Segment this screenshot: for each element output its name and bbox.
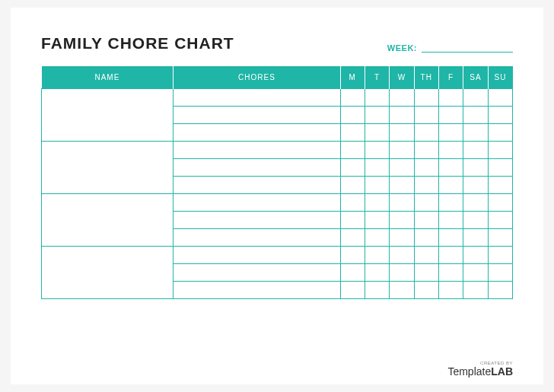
- chore-cell[interactable]: [174, 107, 340, 124]
- day-cell[interactable]: [488, 124, 512, 142]
- day-cell[interactable]: [390, 264, 414, 282]
- day-cell[interactable]: [390, 229, 414, 247]
- day-cell[interactable]: [488, 107, 512, 124]
- day-cell[interactable]: [463, 177, 488, 194]
- day-cell[interactable]: [414, 107, 438, 124]
- day-cell[interactable]: [390, 124, 414, 142]
- chore-cell[interactable]: [174, 159, 340, 177]
- day-cell[interactable]: [438, 212, 463, 229]
- day-cell[interactable]: [390, 194, 414, 212]
- chore-cell[interactable]: [174, 124, 340, 142]
- day-cell[interactable]: [340, 212, 365, 229]
- day-cell[interactable]: [340, 229, 365, 247]
- chore-cell[interactable]: [174, 282, 340, 299]
- day-cell[interactable]: [414, 159, 438, 177]
- day-cell[interactable]: [390, 89, 414, 107]
- day-cell[interactable]: [438, 229, 463, 247]
- day-cell[interactable]: [365, 282, 389, 299]
- day-cell[interactable]: [414, 89, 438, 107]
- chore-cell[interactable]: [174, 264, 340, 282]
- day-cell[interactable]: [414, 229, 438, 247]
- day-cell[interactable]: [463, 159, 488, 177]
- day-cell[interactable]: [414, 124, 438, 142]
- day-cell[interactable]: [438, 159, 463, 177]
- name-cell[interactable]: [42, 142, 174, 194]
- day-cell[interactable]: [438, 282, 463, 299]
- day-cell[interactable]: [463, 212, 488, 229]
- day-cell[interactable]: [414, 194, 438, 212]
- day-cell[interactable]: [340, 264, 365, 282]
- day-cell[interactable]: [340, 124, 365, 142]
- day-cell[interactable]: [365, 142, 389, 159]
- day-cell[interactable]: [438, 194, 463, 212]
- day-cell[interactable]: [438, 247, 463, 264]
- day-cell[interactable]: [365, 247, 389, 264]
- day-cell[interactable]: [390, 282, 414, 299]
- day-cell[interactable]: [438, 124, 463, 142]
- day-cell[interactable]: [488, 212, 512, 229]
- day-cell[interactable]: [340, 194, 365, 212]
- day-cell[interactable]: [463, 194, 488, 212]
- day-cell[interactable]: [390, 142, 414, 159]
- day-cell[interactable]: [340, 142, 365, 159]
- day-cell[interactable]: [365, 89, 389, 107]
- day-cell[interactable]: [414, 247, 438, 264]
- chore-cell[interactable]: [174, 247, 340, 264]
- day-cell[interactable]: [365, 264, 389, 282]
- day-cell[interactable]: [365, 194, 389, 212]
- day-cell[interactable]: [365, 212, 389, 229]
- day-cell[interactable]: [365, 177, 389, 194]
- name-cell[interactable]: [42, 89, 174, 142]
- day-cell[interactable]: [390, 159, 414, 177]
- day-cell[interactable]: [340, 282, 365, 299]
- day-cell[interactable]: [488, 282, 512, 299]
- day-cell[interactable]: [488, 194, 512, 212]
- chore-cell[interactable]: [174, 212, 340, 229]
- day-cell[interactable]: [414, 142, 438, 159]
- day-cell[interactable]: [463, 247, 488, 264]
- day-cell[interactable]: [390, 107, 414, 124]
- day-cell[interactable]: [463, 107, 488, 124]
- chore-cell[interactable]: [174, 194, 340, 212]
- day-cell[interactable]: [488, 142, 512, 159]
- day-cell[interactable]: [414, 212, 438, 229]
- day-cell[interactable]: [488, 247, 512, 264]
- day-cell[interactable]: [488, 264, 512, 282]
- chore-cell[interactable]: [174, 89, 340, 107]
- day-cell[interactable]: [414, 177, 438, 194]
- day-cell[interactable]: [365, 159, 389, 177]
- day-cell[interactable]: [340, 159, 365, 177]
- day-cell[interactable]: [488, 229, 512, 247]
- day-cell[interactable]: [463, 124, 488, 142]
- day-cell[interactable]: [390, 212, 414, 229]
- day-cell[interactable]: [438, 264, 463, 282]
- day-cell[interactable]: [438, 89, 463, 107]
- day-cell[interactable]: [438, 107, 463, 124]
- day-cell[interactable]: [365, 229, 389, 247]
- day-cell[interactable]: [365, 107, 389, 124]
- chore-cell[interactable]: [174, 229, 340, 247]
- day-cell[interactable]: [390, 247, 414, 264]
- day-cell[interactable]: [365, 124, 389, 142]
- day-cell[interactable]: [488, 177, 512, 194]
- day-cell[interactable]: [414, 282, 438, 299]
- day-cell[interactable]: [340, 89, 365, 107]
- week-input-line[interactable]: [422, 52, 513, 53]
- day-cell[interactable]: [488, 89, 512, 107]
- day-cell[interactable]: [340, 107, 365, 124]
- day-cell[interactable]: [463, 229, 488, 247]
- day-cell[interactable]: [438, 177, 463, 194]
- day-cell[interactable]: [463, 264, 488, 282]
- chore-cell[interactable]: [174, 177, 340, 194]
- day-cell[interactable]: [390, 177, 414, 194]
- day-cell[interactable]: [463, 89, 488, 107]
- day-cell[interactable]: [340, 177, 365, 194]
- name-cell[interactable]: [42, 247, 174, 299]
- day-cell[interactable]: [438, 142, 463, 159]
- day-cell[interactable]: [488, 159, 512, 177]
- day-cell[interactable]: [340, 247, 365, 264]
- chore-cell[interactable]: [174, 142, 340, 159]
- day-cell[interactable]: [414, 264, 438, 282]
- day-cell[interactable]: [463, 282, 488, 299]
- name-cell[interactable]: [42, 194, 174, 247]
